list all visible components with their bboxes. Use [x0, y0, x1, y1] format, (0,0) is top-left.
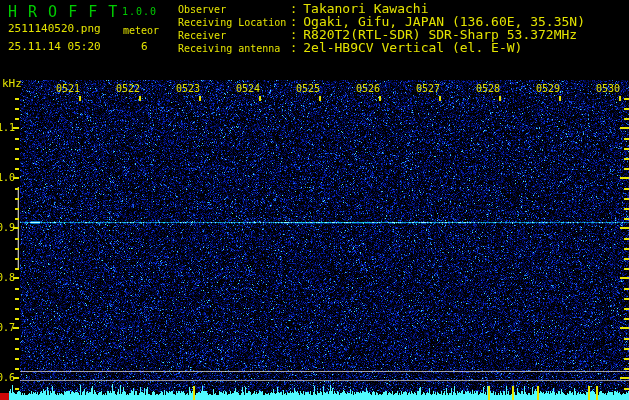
freq-minor-tick [624, 218, 629, 220]
freq-minor-tick [15, 98, 19, 100]
station-info-value: 2el-HB9CV Vertical (el. E-W) [303, 41, 522, 54]
freq-major-tick [13, 177, 19, 179]
time-tick-mark [79, 96, 81, 101]
freq-minor-tick [15, 298, 19, 300]
freq-minor-tick [624, 98, 629, 100]
freq-minor-tick [624, 298, 629, 300]
freq-tick-label: 0.7 [0, 322, 13, 333]
freq-tick-label: 1.1 [0, 122, 13, 133]
station-info-label: Observer [178, 3, 290, 16]
freq-minor-tick [624, 358, 629, 360]
station-info-label: Receiver [178, 29, 290, 42]
freq-minor-tick [624, 308, 629, 310]
filename-label: 2511140520.png [8, 22, 101, 35]
freq-minor-tick [624, 248, 629, 250]
freq-major-tick [620, 227, 629, 229]
freq-minor-tick [15, 338, 19, 340]
freq-minor-tick [15, 318, 19, 320]
freq-axis-unit-label: kHz [2, 77, 22, 90]
freq-major-tick [13, 227, 19, 229]
time-tick-mark [499, 96, 501, 101]
freq-minor-tick [15, 138, 19, 140]
freq-minor-tick [15, 118, 19, 120]
freq-tick-label: 0.8 [0, 272, 13, 283]
time-tick-label: 0526 [340, 83, 380, 94]
time-tick-label: 0525 [280, 83, 320, 94]
freq-major-tick [13, 377, 19, 379]
time-tick-label: 0527 [400, 83, 440, 94]
freq-minor-tick [15, 288, 19, 290]
freq-major-tick [620, 327, 629, 329]
echo-count: 6 [141, 40, 148, 53]
freq-minor-tick [15, 168, 19, 170]
spectrogram-canvas [0, 0, 629, 400]
freq-minor-tick [15, 348, 19, 350]
freq-minor-tick [624, 198, 629, 200]
time-tick-mark [379, 96, 381, 101]
mode-label: meteor [123, 25, 159, 36]
freq-minor-tick [624, 168, 629, 170]
datetime-label: 25.11.14 05:20 [8, 40, 101, 53]
freq-minor-tick [15, 358, 19, 360]
time-tick-mark [559, 96, 561, 101]
app-title: H R O F F T [8, 3, 118, 21]
freq-major-tick [13, 277, 19, 279]
time-tick-mark [319, 96, 321, 101]
freq-tick-label: 0.6 [0, 372, 13, 383]
freq-minor-tick [624, 338, 629, 340]
freq-minor-tick [624, 268, 629, 270]
freq-minor-tick [624, 318, 629, 320]
freq-tick-label: 0.9 [0, 222, 13, 233]
freq-minor-tick [624, 188, 629, 190]
freq-minor-tick [15, 248, 19, 250]
freq-minor-tick [15, 188, 19, 190]
freq-major-tick [13, 127, 19, 129]
freq-major-tick [620, 177, 629, 179]
freq-minor-tick [624, 238, 629, 240]
station-info-row: Receiving antenna:2el-HB9CV Vertical (el… [178, 41, 585, 54]
freq-minor-tick [15, 258, 19, 260]
freq-major-tick [620, 277, 629, 279]
freq-major-tick [620, 127, 629, 129]
station-info-label: Receiving antenna [178, 42, 290, 55]
freq-minor-tick [15, 368, 19, 370]
freq-minor-tick [624, 118, 629, 120]
time-tick-label: 0528 [460, 83, 500, 94]
app-version: 1.0.0 [122, 6, 157, 17]
freq-minor-tick [15, 308, 19, 310]
time-tick-mark [199, 96, 201, 101]
time-tick-label: 0523 [160, 83, 200, 94]
time-tick-label: 0530 [580, 83, 620, 94]
station-info-label: Receiving Location [178, 16, 290, 29]
freq-major-tick [620, 377, 629, 379]
freq-minor-tick [624, 138, 629, 140]
freq-minor-tick [624, 108, 629, 110]
time-tick-mark [259, 96, 261, 101]
freq-minor-tick [15, 158, 19, 160]
time-tick-mark [619, 96, 621, 101]
freq-minor-tick [624, 258, 629, 260]
freq-minor-tick [15, 148, 19, 150]
time-tick-mark [139, 96, 141, 101]
freq-minor-tick [15, 208, 19, 210]
freq-minor-tick [15, 268, 19, 270]
freq-minor-tick [15, 108, 19, 110]
freq-minor-tick [15, 218, 19, 220]
freq-major-tick [13, 327, 19, 329]
time-tick-label: 0529 [520, 83, 560, 94]
freq-minor-tick [15, 198, 19, 200]
time-tick-label: 0524 [220, 83, 260, 94]
freq-minor-tick [624, 158, 629, 160]
time-tick-mark [439, 96, 441, 101]
freq-tick-label: 1.0 [0, 172, 13, 183]
freq-minor-tick [15, 388, 19, 390]
freq-minor-tick [624, 348, 629, 350]
freq-minor-tick [624, 368, 629, 370]
station-info: Observer:Takanori KawachiReceiving Locat… [178, 2, 585, 54]
time-tick-label: 0522 [100, 83, 140, 94]
time-tick-label: 0521 [40, 83, 80, 94]
freq-minor-tick [624, 288, 629, 290]
station-info-colon: : [290, 42, 303, 55]
freq-minor-tick [624, 148, 629, 150]
freq-minor-tick [624, 388, 629, 390]
